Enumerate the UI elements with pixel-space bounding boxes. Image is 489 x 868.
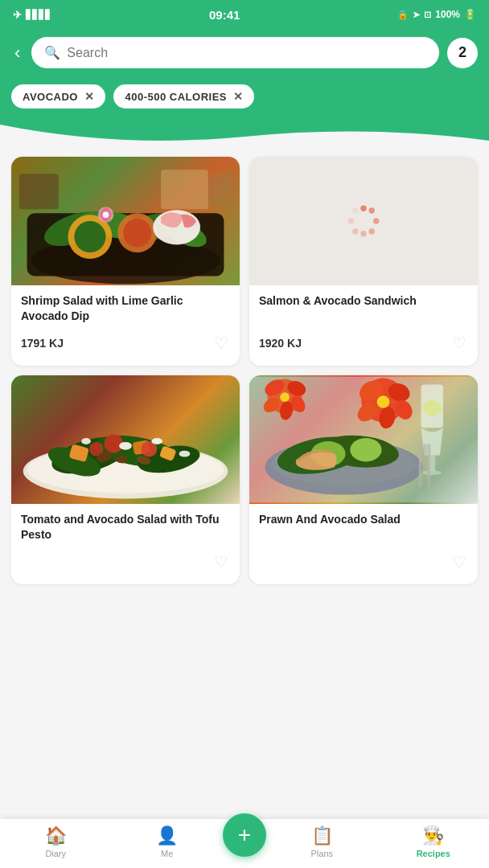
recipes-icon: 👨‍🍳	[422, 825, 444, 846]
filter-chip-calories-close[interactable]: ✕	[233, 90, 244, 103]
recipe-card-shrimp-salad[interactable]: Shrimp Salad with Lime Garlic Avocado Di…	[11, 157, 240, 366]
svg-point-37	[105, 434, 124, 453]
svg-point-65	[280, 392, 290, 402]
signal-bars: ▋▋▋▋	[26, 10, 51, 20]
svg-point-50	[422, 470, 442, 475]
filter-chip-calories-label: 400-500 CALORIES	[125, 91, 227, 103]
svg-rect-17	[161, 170, 208, 209]
svg-point-41	[151, 438, 162, 444]
recipe-footer-prawn-avocado: ♡	[259, 551, 468, 573]
svg-rect-73	[427, 444, 430, 487]
recipe-title-prawn-avocado: Prawn And Avocado Salad	[259, 512, 468, 542]
nav-label-recipes: Recipes	[417, 849, 450, 858]
svg-point-43	[179, 451, 191, 457]
svg-rect-74	[425, 444, 426, 456]
wave-divider	[0, 125, 489, 149]
favorite-button-shrimp-salad[interactable]: ♡	[212, 332, 230, 354]
add-button[interactable]: +	[223, 813, 266, 857]
notification-badge[interactable]: 2	[447, 38, 478, 68]
search-icon: 🔍	[44, 45, 60, 60]
recipe-info-prawn-avocado: Prawn And Avocado Salad ♡	[249, 504, 478, 584]
svg-point-20	[360, 206, 366, 211]
tomato-avocado-svg	[11, 375, 240, 504]
status-left: ✈ ▋▋▋▋	[13, 9, 51, 21]
add-icon: +	[238, 822, 251, 848]
filter-chip-avocado[interactable]: AVOCADO ✕	[11, 84, 105, 108]
recipe-card-prawn-avocado[interactable]: Prawn And Avocado Salad ♡	[249, 375, 478, 584]
recipe-calories-shrimp-salad: 1791 KJ	[21, 337, 64, 350]
svg-rect-75	[423, 444, 424, 456]
recipe-title-tomato-avocado: Tomato and Avocado Salad with Tofu Pesto	[21, 512, 230, 542]
back-arrow-icon: ‹	[14, 43, 20, 63]
airplane-icon: ✈	[13, 9, 22, 21]
favorite-button-prawn-avocado[interactable]: ♡	[450, 551, 468, 573]
svg-point-71	[350, 438, 381, 461]
filter-chip-calories[interactable]: 400-500 CALORIES ✕	[113, 84, 254, 108]
status-time: 09:41	[209, 8, 240, 22]
recipe-image-placeholder-salmon	[249, 157, 478, 285]
recipe-info-tomato-avocado: Tomato and Avocado Salad with Tofu Pesto…	[11, 504, 240, 584]
nav-label-diary: Diary	[45, 849, 66, 858]
back-button[interactable]: ‹	[11, 41, 23, 65]
location-icon: ➤	[413, 10, 420, 20]
svg-point-21	[368, 207, 374, 213]
recipe-image-tomato-avocado	[11, 375, 240, 504]
svg-point-9	[123, 219, 151, 247]
nav-item-diary[interactable]: 🏠 Diary	[0, 825, 112, 858]
nav-item-me[interactable]: 👤 Me	[112, 825, 224, 858]
svg-point-58	[377, 395, 390, 408]
nav-label-plans: Plans	[310, 849, 333, 858]
search-bar[interactable]: 🔍	[31, 37, 439, 68]
svg-point-40	[119, 442, 132, 450]
status-bar: ✈ ▋▋▋▋ 09:41 🔒 ➤ ⊡ 100% 🔋	[0, 0, 489, 29]
nav-item-recipes[interactable]: 👨‍🍳 Recipes	[378, 825, 490, 858]
svg-rect-72	[419, 444, 422, 487]
recipe-calories-salmon-avocado: 1920 KJ	[259, 337, 302, 350]
svg-point-42	[81, 438, 91, 444]
filter-chips: AVOCADO ✕ 400-500 CALORIES ✕	[0, 84, 489, 126]
prawn-avocado-svg	[249, 375, 478, 504]
svg-point-24	[360, 231, 366, 236]
svg-rect-18	[208, 174, 232, 205]
nav-item-plans[interactable]: 📋 Plans	[266, 825, 378, 858]
filter-chip-avocado-label: AVOCADO	[23, 91, 78, 103]
recipe-image-shrimp-salad	[11, 157, 240, 285]
cast-icon: ⊡	[424, 10, 431, 20]
svg-point-16	[103, 211, 109, 218]
recipe-footer-shrimp-salad: 1791 KJ ♡	[21, 332, 230, 354]
plans-icon: 📋	[311, 825, 333, 846]
shrimp-salad-svg	[11, 157, 240, 285]
battery-label: 100%	[435, 9, 460, 20]
header: ‹ 🔍 2	[0, 29, 489, 84]
svg-point-22	[373, 218, 379, 223]
svg-point-7	[74, 221, 105, 252]
svg-point-26	[348, 218, 354, 223]
recipe-footer-tomato-avocado: ♡	[21, 551, 230, 573]
svg-point-51	[422, 400, 442, 416]
bottom-nav: 🏠 Diary 👤 Me + 📋 Plans 👨‍🍳 Recipes	[0, 819, 489, 868]
lock-icon: 🔒	[397, 10, 409, 20]
recipe-grid: Shrimp Salad with Lime Garlic Avocado Di…	[0, 149, 489, 649]
battery-icon: 🔋	[464, 9, 476, 20]
svg-point-23	[368, 228, 374, 234]
recipe-info-salmon-avocado: Salmon & Avocado Sandwich 1920 KJ ♡	[249, 285, 478, 366]
favorite-button-salmon-avocado[interactable]: ♡	[450, 332, 468, 354]
status-right: 🔒 ➤ ⊡ 100% 🔋	[397, 9, 476, 20]
nav-label-me: Me	[161, 849, 173, 858]
recipe-title-shrimp-salad: Shrimp Salad with Lime Garlic Avocado Di…	[21, 293, 230, 324]
recipe-info-shrimp-salad: Shrimp Salad with Lime Garlic Avocado Di…	[11, 285, 240, 366]
recipe-card-tomato-avocado[interactable]: Tomato and Avocado Salad with Tofu Pesto…	[11, 375, 240, 584]
me-icon: 👤	[156, 825, 178, 846]
loading-spinner	[343, 201, 384, 241]
recipe-title-salmon-avocado: Salmon & Avocado Sandwich	[259, 293, 468, 324]
recipe-card-salmon-avocado[interactable]: Salmon & Avocado Sandwich 1920 KJ ♡	[249, 157, 478, 366]
filter-chip-avocado-close[interactable]: ✕	[84, 90, 95, 103]
svg-rect-19	[19, 174, 59, 209]
favorite-button-tomato-avocado[interactable]: ♡	[212, 551, 230, 573]
svg-point-27	[352, 207, 358, 213]
search-input[interactable]	[67, 46, 426, 60]
recipe-footer-salmon-avocado: 1920 KJ ♡	[259, 332, 468, 354]
svg-point-25	[352, 228, 358, 234]
recipe-image-prawn-avocado	[249, 375, 478, 504]
diary-icon: 🏠	[45, 825, 67, 846]
